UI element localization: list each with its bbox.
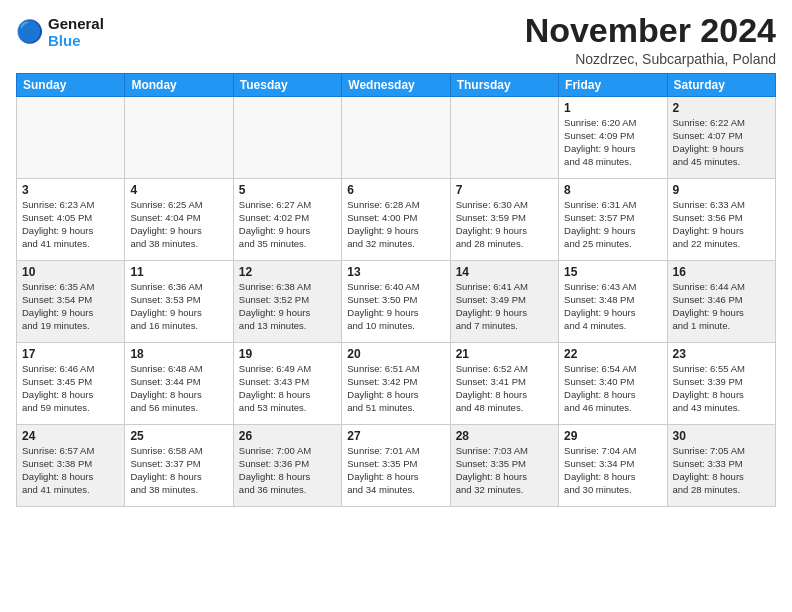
day-number: 22 xyxy=(564,347,661,361)
day-info: Sunrise: 6:54 AM Sunset: 3:40 PM Dayligh… xyxy=(564,363,661,414)
day-info: Sunrise: 6:33 AM Sunset: 3:56 PM Dayligh… xyxy=(673,199,770,250)
day-number: 16 xyxy=(673,265,770,279)
day-info: Sunrise: 6:30 AM Sunset: 3:59 PM Dayligh… xyxy=(456,199,553,250)
day-info: Sunrise: 6:48 AM Sunset: 3:44 PM Dayligh… xyxy=(130,363,227,414)
calendar-cell: 21Sunrise: 6:52 AM Sunset: 3:41 PM Dayli… xyxy=(450,343,558,425)
weekday-header-sunday: Sunday xyxy=(17,74,125,97)
day-info: Sunrise: 6:46 AM Sunset: 3:45 PM Dayligh… xyxy=(22,363,119,414)
calendar-cell: 29Sunrise: 7:04 AM Sunset: 3:34 PM Dayli… xyxy=(559,425,667,507)
calendar-cell: 4Sunrise: 6:25 AM Sunset: 4:04 PM Daylig… xyxy=(125,179,233,261)
calendar-cell: 7Sunrise: 6:30 AM Sunset: 3:59 PM Daylig… xyxy=(450,179,558,261)
day-number: 23 xyxy=(673,347,770,361)
day-number: 28 xyxy=(456,429,553,443)
calendar-cell: 10Sunrise: 6:35 AM Sunset: 3:54 PM Dayli… xyxy=(17,261,125,343)
day-info: Sunrise: 6:38 AM Sunset: 3:52 PM Dayligh… xyxy=(239,281,336,332)
calendar-cell: 1Sunrise: 6:20 AM Sunset: 4:09 PM Daylig… xyxy=(559,97,667,179)
day-number: 30 xyxy=(673,429,770,443)
month-title: November 2024 xyxy=(525,12,776,49)
day-info: Sunrise: 7:01 AM Sunset: 3:35 PM Dayligh… xyxy=(347,445,444,496)
logo: 🔵 General Blue xyxy=(16,16,104,49)
day-info: Sunrise: 6:51 AM Sunset: 3:42 PM Dayligh… xyxy=(347,363,444,414)
day-info: Sunrise: 7:04 AM Sunset: 3:34 PM Dayligh… xyxy=(564,445,661,496)
day-number: 13 xyxy=(347,265,444,279)
day-info: Sunrise: 6:20 AM Sunset: 4:09 PM Dayligh… xyxy=(564,117,661,168)
day-info: Sunrise: 7:00 AM Sunset: 3:36 PM Dayligh… xyxy=(239,445,336,496)
calendar-cell: 17Sunrise: 6:46 AM Sunset: 3:45 PM Dayli… xyxy=(17,343,125,425)
week-row-0: 1Sunrise: 6:20 AM Sunset: 4:09 PM Daylig… xyxy=(17,97,776,179)
calendar-cell: 18Sunrise: 6:48 AM Sunset: 3:44 PM Dayli… xyxy=(125,343,233,425)
calendar-cell: 23Sunrise: 6:55 AM Sunset: 3:39 PM Dayli… xyxy=(667,343,775,425)
day-info: Sunrise: 6:52 AM Sunset: 3:41 PM Dayligh… xyxy=(456,363,553,414)
calendar-cell: 11Sunrise: 6:36 AM Sunset: 3:53 PM Dayli… xyxy=(125,261,233,343)
day-info: Sunrise: 6:22 AM Sunset: 4:07 PM Dayligh… xyxy=(673,117,770,168)
day-info: Sunrise: 6:40 AM Sunset: 3:50 PM Dayligh… xyxy=(347,281,444,332)
day-info: Sunrise: 7:05 AM Sunset: 3:33 PM Dayligh… xyxy=(673,445,770,496)
calendar-cell xyxy=(17,97,125,179)
day-info: Sunrise: 6:35 AM Sunset: 3:54 PM Dayligh… xyxy=(22,281,119,332)
week-row-3: 17Sunrise: 6:46 AM Sunset: 3:45 PM Dayli… xyxy=(17,343,776,425)
day-info: Sunrise: 6:25 AM Sunset: 4:04 PM Dayligh… xyxy=(130,199,227,250)
weekday-header-saturday: Saturday xyxy=(667,74,775,97)
calendar-cell: 2Sunrise: 6:22 AM Sunset: 4:07 PM Daylig… xyxy=(667,97,775,179)
day-number: 21 xyxy=(456,347,553,361)
day-number: 17 xyxy=(22,347,119,361)
title-block: November 2024 Nozdrzec, Subcarpathia, Po… xyxy=(525,12,776,67)
day-info: Sunrise: 6:41 AM Sunset: 3:49 PM Dayligh… xyxy=(456,281,553,332)
calendar-cell: 26Sunrise: 7:00 AM Sunset: 3:36 PM Dayli… xyxy=(233,425,341,507)
calendar-cell: 28Sunrise: 7:03 AM Sunset: 3:35 PM Dayli… xyxy=(450,425,558,507)
logo-general: General xyxy=(48,15,104,32)
weekday-header-friday: Friday xyxy=(559,74,667,97)
calendar-cell: 5Sunrise: 6:27 AM Sunset: 4:02 PM Daylig… xyxy=(233,179,341,261)
calendar-cell: 27Sunrise: 7:01 AM Sunset: 3:35 PM Dayli… xyxy=(342,425,450,507)
day-number: 1 xyxy=(564,101,661,115)
day-info: Sunrise: 6:55 AM Sunset: 3:39 PM Dayligh… xyxy=(673,363,770,414)
day-info: Sunrise: 6:49 AM Sunset: 3:43 PM Dayligh… xyxy=(239,363,336,414)
day-info: Sunrise: 6:58 AM Sunset: 3:37 PM Dayligh… xyxy=(130,445,227,496)
logo-blue: Blue xyxy=(48,33,104,50)
calendar-cell: 19Sunrise: 6:49 AM Sunset: 3:43 PM Dayli… xyxy=(233,343,341,425)
day-number: 26 xyxy=(239,429,336,443)
day-info: Sunrise: 6:43 AM Sunset: 3:48 PM Dayligh… xyxy=(564,281,661,332)
calendar-cell xyxy=(450,97,558,179)
day-number: 11 xyxy=(130,265,227,279)
day-number: 10 xyxy=(22,265,119,279)
day-number: 14 xyxy=(456,265,553,279)
day-number: 7 xyxy=(456,183,553,197)
day-number: 2 xyxy=(673,101,770,115)
day-info: Sunrise: 6:27 AM Sunset: 4:02 PM Dayligh… xyxy=(239,199,336,250)
week-row-2: 10Sunrise: 6:35 AM Sunset: 3:54 PM Dayli… xyxy=(17,261,776,343)
week-row-4: 24Sunrise: 6:57 AM Sunset: 3:38 PM Dayli… xyxy=(17,425,776,507)
day-number: 4 xyxy=(130,183,227,197)
day-number: 15 xyxy=(564,265,661,279)
weekday-header-thursday: Thursday xyxy=(450,74,558,97)
weekday-header-tuesday: Tuesday xyxy=(233,74,341,97)
day-info: Sunrise: 6:28 AM Sunset: 4:00 PM Dayligh… xyxy=(347,199,444,250)
calendar-page: 🔵 General Blue November 2024 Nozdrzec, S… xyxy=(0,0,792,515)
day-number: 12 xyxy=(239,265,336,279)
calendar-cell: 24Sunrise: 6:57 AM Sunset: 3:38 PM Dayli… xyxy=(17,425,125,507)
day-info: Sunrise: 6:23 AM Sunset: 4:05 PM Dayligh… xyxy=(22,199,119,250)
day-info: Sunrise: 6:36 AM Sunset: 3:53 PM Dayligh… xyxy=(130,281,227,332)
location: Nozdrzec, Subcarpathia, Poland xyxy=(525,51,776,67)
svg-text:🔵: 🔵 xyxy=(16,19,44,45)
calendar-cell: 16Sunrise: 6:44 AM Sunset: 3:46 PM Dayli… xyxy=(667,261,775,343)
calendar-cell: 6Sunrise: 6:28 AM Sunset: 4:00 PM Daylig… xyxy=(342,179,450,261)
day-number: 3 xyxy=(22,183,119,197)
weekday-header-row: SundayMondayTuesdayWednesdayThursdayFrid… xyxy=(17,74,776,97)
calendar-cell: 20Sunrise: 6:51 AM Sunset: 3:42 PM Dayli… xyxy=(342,343,450,425)
calendar-cell: 14Sunrise: 6:41 AM Sunset: 3:49 PM Dayli… xyxy=(450,261,558,343)
day-number: 19 xyxy=(239,347,336,361)
day-number: 9 xyxy=(673,183,770,197)
calendar-cell: 13Sunrise: 6:40 AM Sunset: 3:50 PM Dayli… xyxy=(342,261,450,343)
calendar-cell: 15Sunrise: 6:43 AM Sunset: 3:48 PM Dayli… xyxy=(559,261,667,343)
day-info: Sunrise: 6:57 AM Sunset: 3:38 PM Dayligh… xyxy=(22,445,119,496)
calendar-cell: 22Sunrise: 6:54 AM Sunset: 3:40 PM Dayli… xyxy=(559,343,667,425)
day-number: 18 xyxy=(130,347,227,361)
calendar-cell: 3Sunrise: 6:23 AM Sunset: 4:05 PM Daylig… xyxy=(17,179,125,261)
weekday-header-monday: Monday xyxy=(125,74,233,97)
calendar-cell xyxy=(233,97,341,179)
calendar-table: SundayMondayTuesdayWednesdayThursdayFrid… xyxy=(16,73,776,507)
calendar-cell: 8Sunrise: 6:31 AM Sunset: 3:57 PM Daylig… xyxy=(559,179,667,261)
day-number: 20 xyxy=(347,347,444,361)
calendar-cell: 9Sunrise: 6:33 AM Sunset: 3:56 PM Daylig… xyxy=(667,179,775,261)
